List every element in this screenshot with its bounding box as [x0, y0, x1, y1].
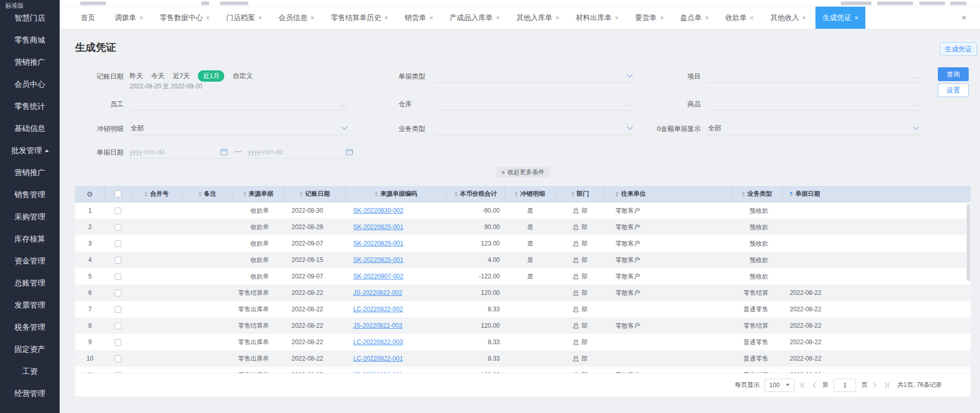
collapse-filters-bar[interactable]: 收起更多条件 [496, 167, 550, 178]
date-quick-option[interactable]: 自定义 [232, 71, 252, 81]
tab[interactable]: 会员信息 × [271, 7, 322, 29]
tab-close-icon[interactable]: × [750, 14, 754, 21]
source-doc-link[interactable]: SK-20220825-001 [353, 223, 403, 231]
row-checkbox[interactable] [115, 224, 121, 231]
tab-close-icon[interactable]: × [705, 14, 709, 21]
tab-close-icon[interactable]: × [660, 14, 664, 21]
column-header-merge-no[interactable]: 合并号 [131, 186, 183, 202]
tab[interactable]: 其他收入 × [763, 7, 813, 29]
calendar-icon[interactable] [346, 149, 353, 155]
tab-close-icon[interactable]: × [802, 14, 806, 21]
sidebar-item[interactable]: 销售管理 [0, 184, 60, 206]
tab[interactable]: 零售数据中心 × [153, 7, 217, 29]
column-header-amount[interactable]: 本币价税合计 [447, 186, 505, 202]
row-checkbox[interactable] [115, 306, 121, 313]
row-checkbox[interactable] [115, 240, 121, 247]
row-checkbox[interactable] [115, 257, 121, 264]
source-doc-link[interactable]: LC-20220822-001 [353, 355, 403, 362]
doc-type-select[interactable] [434, 69, 634, 83]
source-doc-link[interactable]: SK-20220830-002 [353, 207, 403, 214]
goods-picker[interactable]: ... [707, 97, 920, 110]
row-checkbox[interactable] [115, 290, 121, 296]
source-doc-link[interactable]: LC-20220822-003 [353, 339, 403, 346]
tab-close-icon[interactable]: × [139, 14, 143, 21]
date-quick-option[interactable]: 今天 [151, 71, 165, 81]
generate-voucher-button[interactable]: 生成凭证 [940, 42, 977, 56]
tab-close-icon[interactable]: × [258, 14, 262, 21]
employee-picker[interactable]: ... [130, 97, 349, 110]
ellipsis-more-icon[interactable]: ... [911, 72, 920, 80]
tab-close-icon[interactable]: × [311, 14, 315, 21]
sidebar-item[interactable]: 批发管理 [0, 140, 60, 162]
tab[interactable]: 盘点单 × [673, 7, 716, 29]
sidebar-item[interactable]: 零售统计 [0, 96, 60, 118]
ellipsis-more-icon[interactable]: ... [911, 100, 920, 107]
doc-date-end-input[interactable] [248, 148, 346, 156]
tab[interactable]: 调拨单 × [107, 7, 151, 29]
page-size-select[interactable]: 100 [765, 379, 794, 392]
zero-amount-select[interactable]: 全部 [707, 122, 920, 135]
column-header-dept[interactable]: 部门 [555, 186, 605, 202]
table-row[interactable]: 3 收款单 2022-09-07 SK-20220825-001 123.00 … [75, 235, 971, 252]
settings-button[interactable]: 设置 [938, 83, 969, 97]
tab[interactable]: 销货单 × [397, 7, 441, 29]
sidebar-item[interactable]: 库存核算 [0, 228, 60, 250]
tab-close-icon[interactable]: × [855, 14, 859, 21]
tab[interactable]: 生成凭证 × [815, 7, 866, 29]
tab[interactable]: 收款单 × [718, 7, 761, 29]
next-page-icon[interactable] [873, 382, 878, 388]
page-number-input[interactable] [833, 379, 856, 392]
tab[interactable]: 材料出库单 × [569, 7, 626, 29]
biz-type-select[interactable] [434, 122, 634, 135]
tab[interactable]: 门店档案 × [219, 7, 269, 29]
sidebar-item[interactable]: 经营管理 [0, 383, 60, 405]
column-header-doc-date[interactable]: 单据日期 [783, 186, 971, 202]
tab-close-icon[interactable]: × [384, 14, 388, 21]
row-checkbox[interactable] [115, 372, 121, 373]
column-header-booking-date[interactable]: 记账日期 [284, 186, 346, 202]
table-row[interactable]: 1 收款单 2022-08-30 SK-20220830-002 -90.00 … [75, 202, 971, 219]
tab[interactable]: 产成品入库单 × [443, 7, 507, 29]
tab-close-icon[interactable]: × [429, 14, 433, 21]
select-all-checkbox[interactable] [115, 191, 121, 197]
column-header-note[interactable]: 备注 [183, 186, 232, 202]
table-row[interactable]: 7 零售出库单 2022-08-22 LC-20220822-002 8.33 … [75, 301, 971, 317]
sidebar-item[interactable]: 智慧门店 [0, 7, 60, 29]
source-doc-link[interactable]: SK-20220825-001 [353, 240, 403, 247]
doc-date-start-input[interactable] [130, 148, 221, 156]
ellipsis-more-icon[interactable]: ... [339, 100, 349, 107]
prev-page-icon[interactable] [812, 382, 817, 388]
table-row[interactable]: 8 零售结算单 2022-08-22 JS-20220822-003 120.0… [75, 317, 971, 334]
sidebar-item[interactable]: 营销推广 [0, 162, 60, 184]
column-header-biz-type[interactable]: 业务类型 [732, 186, 783, 202]
table-row[interactable]: 6 零售结算单 2022-08-22 JS-20220822-002 120.0… [75, 285, 971, 301]
tab[interactable]: 零售结算单历史 × [323, 7, 395, 29]
sidebar-item[interactable]: 税务管理 [0, 316, 60, 339]
column-header-source-doc[interactable]: 来源单据 [232, 186, 284, 202]
sidebar-item[interactable]: 会员中心 [0, 73, 60, 96]
tab-close-icon[interactable]: × [615, 14, 619, 21]
column-header-partner[interactable]: 往来单位 [605, 186, 732, 202]
row-checkbox[interactable] [115, 323, 121, 329]
date-quick-option[interactable]: 昨天 [130, 71, 143, 81]
warehouse-picker[interactable]: ... [434, 97, 634, 110]
close-tabs-icon[interactable]: × [961, 13, 967, 23]
sidebar-item[interactable]: 基础信息 [0, 118, 60, 140]
sidebar-item[interactable]: 营销推广 [0, 51, 60, 73]
row-checkbox[interactable] [115, 339, 121, 346]
source-doc-link[interactable]: JS-20220822-002 [353, 289, 402, 296]
query-button[interactable]: 查询 [938, 67, 969, 81]
table-scrollbar-thumb[interactable] [967, 204, 970, 281]
row-checkbox[interactable] [115, 273, 121, 280]
sidebar-item[interactable]: 发票管理 [0, 294, 60, 316]
calendar-icon[interactable] [221, 149, 227, 155]
table-row[interactable]: 5 收款单 2022-09-07 SK-20220907-002 -122.00… [75, 268, 971, 285]
table-row[interactable]: 9 零售出库单 2022-08-22 LC-20220822-003 8.33 … [75, 334, 971, 350]
sidebar-item[interactable]: 资金管理 [0, 250, 60, 272]
sidebar-item[interactable]: 采购管理 [0, 206, 60, 228]
date-quick-option[interactable]: 近7天 [173, 71, 190, 81]
tab-close-icon[interactable]: × [206, 14, 210, 21]
tab[interactable]: 首页 [74, 7, 105, 29]
source-doc-link[interactable]: JS-20220822-001 [353, 371, 402, 373]
source-doc-link[interactable]: SK-20220907-002 [353, 273, 403, 280]
